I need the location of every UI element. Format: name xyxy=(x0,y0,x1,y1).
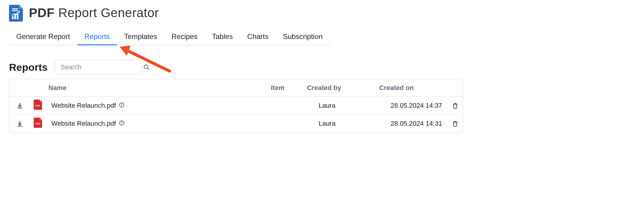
tab-reports[interactable]: Reports xyxy=(77,29,117,45)
app-header: PDF Report Generator xyxy=(9,4,635,22)
report-created-by: Laura xyxy=(319,120,391,128)
search-icon[interactable] xyxy=(143,64,150,70)
tab-subscription[interactable]: Subscription xyxy=(276,29,330,45)
info-icon[interactable] xyxy=(119,120,124,128)
svg-point-14 xyxy=(121,124,122,125)
pdf-file-icon: PDF xyxy=(34,118,42,130)
svg-rect-3 xyxy=(14,14,16,19)
tab-templates[interactable]: Templates xyxy=(117,29,164,45)
trash-icon[interactable] xyxy=(452,102,458,109)
report-name: Website Relaunch.pdf xyxy=(51,120,116,128)
tab-charts[interactable]: Charts xyxy=(240,29,276,45)
table-header: Name Item Created by Created on xyxy=(9,79,463,97)
svg-text:PDF: PDF xyxy=(35,104,40,107)
tab-generate-report[interactable]: Generate Report xyxy=(9,29,77,45)
col-header-created-on[interactable]: Created on xyxy=(376,84,433,92)
download-icon[interactable] xyxy=(16,120,23,127)
tab-recipes[interactable]: Recipes xyxy=(164,29,205,45)
search-box[interactable] xyxy=(55,60,143,75)
pdf-file-icon: PDF xyxy=(34,100,42,112)
app-title-bold: PDF xyxy=(29,6,55,20)
trash-icon[interactable] xyxy=(452,120,458,127)
svg-rect-2 xyxy=(12,16,14,19)
info-icon[interactable] xyxy=(119,102,124,110)
document-chart-icon xyxy=(9,4,24,22)
page-subheader: Reports xyxy=(9,60,635,75)
col-header-name[interactable]: Name xyxy=(30,84,268,92)
svg-rect-0 xyxy=(12,8,18,9)
col-header-created-by[interactable]: Created by xyxy=(304,84,376,92)
svg-text:PDF: PDF xyxy=(35,122,40,125)
report-created-on: 28.05.2024 14:31 xyxy=(391,120,448,128)
svg-point-10 xyxy=(121,106,122,106)
tab-tables[interactable]: Tables xyxy=(205,29,240,45)
reports-table: Name Item Created by Created on PDF xyxy=(9,79,463,133)
svg-marker-16 xyxy=(120,46,130,56)
col-header-item[interactable]: Item xyxy=(268,84,304,92)
table-row[interactable]: PDF Website Relaunch.pdf Laura 28.05.202… xyxy=(9,97,463,115)
report-name: Website Relaunch.pdf xyxy=(51,102,116,110)
report-created-by: Laura xyxy=(319,102,391,110)
svg-line-6 xyxy=(148,68,149,70)
svg-rect-1 xyxy=(12,10,18,11)
app-title: PDF Report Generator xyxy=(29,6,159,20)
app-title-rest: Report Generator xyxy=(58,6,159,20)
download-icon[interactable] xyxy=(16,102,23,109)
svg-point-5 xyxy=(144,65,148,69)
table-row[interactable]: PDF Website Relaunch.pdf Laura 28.05.202… xyxy=(9,115,463,133)
report-created-on: 28.05.2024 14:37 xyxy=(391,102,448,110)
main-tabs: Generate Report Reports Templates Recipe… xyxy=(9,29,331,45)
search-input[interactable] xyxy=(60,63,143,71)
page-title: Reports xyxy=(9,62,48,73)
